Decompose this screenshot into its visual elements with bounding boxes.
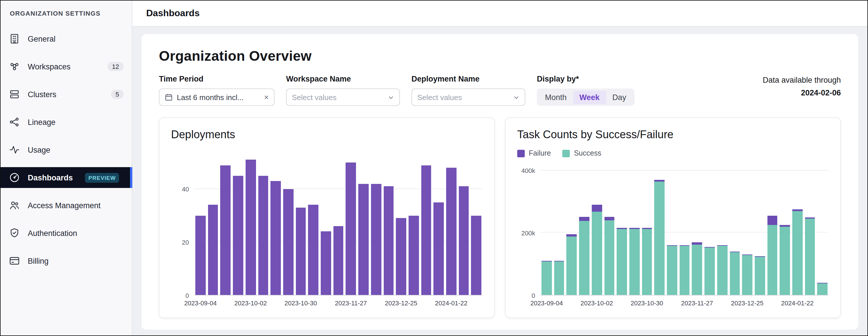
x-tick-label: 2023-10-02: [581, 300, 613, 307]
workspace-placeholder: Select values: [292, 93, 337, 102]
time-period-input[interactable]: Last 6 months incl... ×: [159, 88, 275, 106]
bar[interactable]: [258, 149, 268, 295]
bar-segment-success: [817, 283, 828, 295]
bar[interactable]: [434, 149, 444, 295]
bar[interactable]: [383, 149, 394, 295]
bar[interactable]: [579, 164, 589, 295]
bar[interactable]: [371, 149, 381, 295]
bar[interactable]: [805, 164, 815, 295]
bar[interactable]: [592, 164, 602, 295]
bar[interactable]: [617, 164, 627, 295]
bar-segment-success: [780, 226, 790, 295]
bar[interactable]: [667, 164, 677, 295]
bar[interactable]: [742, 164, 752, 295]
bar[interactable]: [296, 149, 306, 295]
legend-swatch: [517, 149, 525, 157]
sidebar-item-workspaces[interactable]: Workspaces12: [1, 56, 132, 77]
sidebar-item-clusters[interactable]: Clusters5: [1, 84, 132, 105]
chart-title: Deployments: [171, 129, 483, 141]
sidebar-item-billing[interactable]: Billing: [1, 250, 132, 271]
bar[interactable]: [780, 164, 790, 295]
count-badge: 12: [107, 62, 124, 71]
bar[interactable]: [396, 149, 406, 295]
content: Organization Overview Time Period Last 6…: [132, 27, 867, 335]
bar[interactable]: [654, 164, 664, 295]
bar[interactable]: [692, 164, 702, 295]
legend-item-failure[interactable]: Failure: [517, 149, 551, 157]
bar[interactable]: [817, 164, 828, 295]
plot-area: [540, 164, 829, 296]
y-axis: 02040: [171, 149, 194, 296]
bar[interactable]: [346, 149, 356, 295]
bar[interactable]: [220, 149, 230, 295]
chart-area: 0200k400k 2023-09-042023-10-022023-10-30…: [517, 164, 829, 309]
bar[interactable]: [471, 149, 482, 295]
legend-swatch: [562, 149, 570, 157]
bar[interactable]: [421, 149, 431, 295]
bar-segment-failure: [592, 205, 602, 212]
bar[interactable]: [755, 164, 765, 295]
deployment-select[interactable]: Select values: [411, 88, 525, 106]
bar[interactable]: [321, 149, 331, 295]
sidebar: ORGANIZATION SETTINGS GeneralWorkspaces1…: [1, 1, 132, 335]
sidebar-item-authentication[interactable]: Authentication: [1, 223, 132, 244]
workspace-select[interactable]: Select values: [286, 88, 400, 106]
bar[interactable]: [246, 149, 256, 295]
bar[interactable]: [730, 164, 740, 295]
bar[interactable]: [541, 164, 552, 295]
bar[interactable]: [459, 149, 469, 295]
sidebar-item-usage[interactable]: Usage: [1, 139, 132, 160]
x-tick-label: 2024-01-22: [435, 300, 467, 307]
bar[interactable]: [233, 149, 243, 295]
workspaces-icon: [9, 61, 20, 72]
bar[interactable]: [792, 164, 802, 295]
bar-segment-success: [767, 225, 777, 295]
bar-segment-success: [667, 246, 677, 295]
bar[interactable]: [409, 149, 419, 295]
bar-segment-deployments: [195, 216, 206, 295]
bar[interactable]: [629, 164, 640, 295]
bar[interactable]: [358, 149, 368, 295]
x-tick-label: 2023-12-25: [385, 300, 417, 307]
bar[interactable]: [271, 149, 281, 295]
bar[interactable]: [333, 149, 343, 295]
page-title: Dashboards: [146, 8, 200, 19]
bar[interactable]: [679, 164, 689, 295]
bar-segment-deployments: [208, 205, 218, 295]
task-counts-chart-card: Task Counts by Success/Failure FailureSu…: [505, 117, 841, 318]
sidebar-item-access-management[interactable]: Access Management: [1, 195, 132, 216]
bar[interactable]: [567, 164, 577, 295]
bar-segment-success: [792, 211, 802, 295]
x-tick-label: 2023-10-30: [285, 300, 317, 307]
deployment-filter: Deployment Name Select values: [411, 75, 525, 106]
clear-icon[interactable]: ×: [264, 92, 269, 102]
bar[interactable]: [717, 164, 727, 295]
bar-segment-failure: [579, 217, 589, 221]
bar-segment-deployments: [446, 168, 456, 295]
display-by-option-day[interactable]: Day: [606, 90, 632, 104]
x-tick-label: 2023-11-27: [681, 300, 713, 307]
bar[interactable]: [208, 149, 218, 295]
bar[interactable]: [767, 164, 777, 295]
sidebar-item-dashboards[interactable]: DashboardsPREVIEW: [1, 167, 132, 188]
time-period-value: Last 6 months incl...: [177, 93, 244, 102]
sidebar-item-lineage[interactable]: Lineage: [1, 112, 132, 133]
legend-item-success[interactable]: Success: [562, 149, 601, 157]
bar[interactable]: [604, 164, 614, 295]
bar[interactable]: [705, 164, 715, 295]
display-by-option-week[interactable]: Week: [573, 90, 606, 104]
app-window: ORGANIZATION SETTINGS GeneralWorkspaces1…: [0, 0, 868, 336]
bar[interactable]: [446, 149, 456, 295]
bar[interactable]: [308, 149, 318, 295]
display-by-option-month[interactable]: Month: [538, 90, 573, 104]
bar-segment-deployments: [421, 165, 431, 295]
bar-segment-deployments: [258, 176, 268, 295]
bar[interactable]: [554, 164, 564, 295]
display-by-label: Display by*: [537, 75, 634, 83]
bar[interactable]: [642, 164, 652, 295]
bar-segment-failure: [604, 217, 614, 220]
sidebar-item-general[interactable]: General: [1, 28, 132, 49]
deployments-chart-card: Deployments 02040 2023-09-042023-10-0220…: [159, 117, 495, 318]
bar[interactable]: [283, 149, 293, 295]
bar[interactable]: [195, 149, 206, 295]
